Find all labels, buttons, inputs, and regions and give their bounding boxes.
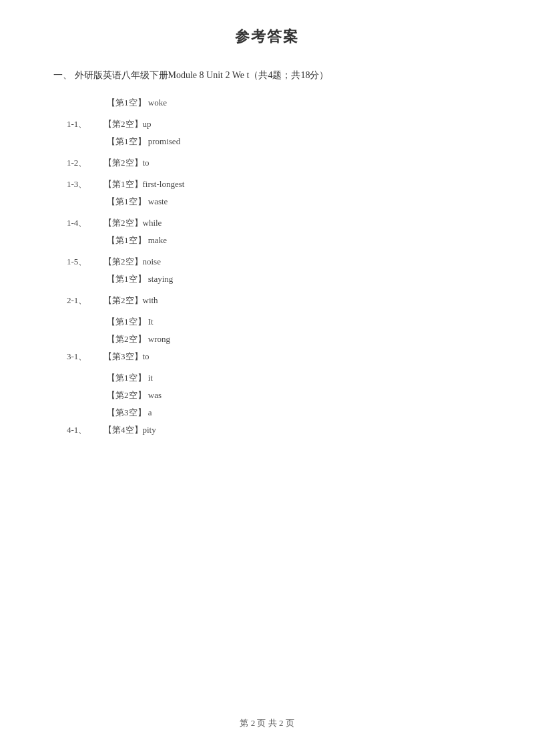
page-footer: 第 2 页 共 2 页 xyxy=(0,717,534,729)
answer-value: it xyxy=(148,373,153,383)
q-label: 1-1、 xyxy=(67,116,103,133)
answer-line: 【第2空】 was xyxy=(107,387,481,404)
q-label: 4-1、 xyxy=(67,421,103,439)
answer-value: while xyxy=(143,214,162,232)
answer-line: 【第1空】 woke xyxy=(107,94,481,112)
answer-value: first-longest xyxy=(143,176,185,193)
slot-label: 【第2空】 xyxy=(103,292,143,309)
slot-label: 【第2空】 xyxy=(107,390,146,400)
section-label: 一、 xyxy=(53,70,72,80)
answer-line: 【第2空】 wrong xyxy=(107,331,481,348)
answer-value: woke xyxy=(148,98,167,108)
answer-line: 【第1空】 make xyxy=(107,232,481,249)
answer-value: with xyxy=(143,292,158,309)
question-block-q1-3: 1-3、 【第1空】 first-longest 【第1空】 waste xyxy=(67,176,481,210)
answer-line: 【第1空】 it xyxy=(107,369,481,387)
answer-line: 【第3空】 a xyxy=(107,404,481,421)
answer-value: noise xyxy=(143,253,161,270)
slot-label: 【第2空】 xyxy=(103,116,143,133)
q-label: 3-1、 xyxy=(67,348,103,365)
answer-value: to xyxy=(143,348,150,365)
slot-label: 【第1空】 xyxy=(107,136,146,146)
question-block-q3-1: 【第1空】 It 【第2空】 wrong 3-1、 【第3空】 to xyxy=(67,313,481,365)
slot-label: 【第2空】 xyxy=(103,214,143,232)
answer-value: make xyxy=(148,235,167,245)
question-block-q2-1: 2-1、 【第2空】 with xyxy=(67,292,481,309)
q-label: 2-1、 xyxy=(67,292,103,309)
slot-label: 【第4空】 xyxy=(103,421,143,439)
answer-value: waste xyxy=(148,196,168,206)
slot-label: 【第2空】 xyxy=(103,154,143,172)
answer-value: to xyxy=(143,154,150,172)
answer-line: 【第1空】 waste xyxy=(107,193,481,210)
question-block-q4-1: 【第1空】 it 【第2空】 was 【第3空】 a 4-1、 【第4空】 pi… xyxy=(67,369,481,439)
content-area: 【第1空】 woke 1-1、 【第2空】 up 【第1空】 promised … xyxy=(67,94,481,439)
question-block-q1-1: 1-1、 【第2空】 up 【第1空】 promised xyxy=(67,116,481,150)
question-block-q1-5: 1-5、 【第2空】 noise 【第1空】 staying xyxy=(67,253,481,288)
slot-label: 【第2空】 xyxy=(107,334,146,344)
slot-label: 【第1空】 xyxy=(107,317,146,327)
slot-label: 【第3空】 xyxy=(103,348,143,365)
slot-label: 【第1空】 xyxy=(107,98,146,108)
answer-line: 【第1空】 promised xyxy=(107,133,481,150)
section-description: 外研版英语八年级下册Module 8 Unit 2 We t（共4题；共18分） xyxy=(75,70,329,80)
q-label: 1-3、 xyxy=(67,176,103,193)
section-header: 一、 外研版英语八年级下册Module 8 Unit 2 We t（共4题；共1… xyxy=(53,67,481,83)
answer-value: wrong xyxy=(148,334,170,344)
slot-label: 【第2空】 xyxy=(103,253,143,270)
answer-line: 【第1空】 staying xyxy=(107,270,481,288)
answer-value: promised xyxy=(148,136,180,146)
slot-label: 【第3空】 xyxy=(107,407,146,417)
question-block-q0: 【第1空】 woke xyxy=(67,94,481,112)
answer-value: It xyxy=(148,317,154,327)
answer-value: pity xyxy=(143,421,156,439)
slot-label: 【第1空】 xyxy=(107,373,146,383)
q-label: 1-2、 xyxy=(67,154,103,172)
answer-value: staying xyxy=(148,274,174,284)
page-title: 参考答案 xyxy=(53,27,481,47)
answer-value: a xyxy=(148,407,152,417)
question-block-q1-4: 1-4、 【第2空】 while 【第1空】 make xyxy=(67,214,481,249)
q-label: 1-5、 xyxy=(67,253,103,270)
slot-label: 【第1空】 xyxy=(107,235,146,245)
slot-label: 【第1空】 xyxy=(103,176,143,193)
q-label: 1-4、 xyxy=(67,214,103,232)
slot-label: 【第1空】 xyxy=(107,196,146,206)
slot-label: 【第1空】 xyxy=(107,274,146,284)
answer-value: up xyxy=(143,116,152,133)
answer-value: was xyxy=(148,390,162,400)
question-block-q1-2: 1-2、 【第2空】 to xyxy=(67,154,481,172)
answer-line: 【第1空】 It xyxy=(107,313,481,331)
